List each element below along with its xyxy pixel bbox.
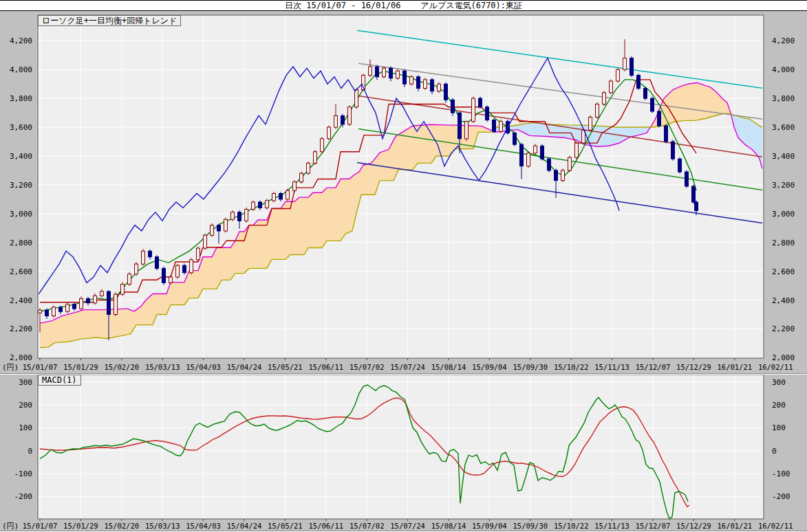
svg-text:200: 200: [772, 401, 786, 410]
svg-text:3,600: 3,600: [772, 123, 795, 132]
svg-text:15/02/20: 15/02/20: [105, 363, 140, 371]
svg-text:2,400: 2,400: [10, 296, 32, 305]
svg-text:15/08/14: 15/08/14: [431, 363, 466, 371]
svg-text:2,600: 2,600: [10, 267, 32, 276]
svg-text:15/12/07: 15/12/07: [636, 522, 671, 530]
svg-text:-200: -200: [14, 492, 33, 501]
svg-text:15/12/07: 15/12/07: [636, 363, 671, 371]
svg-text:300: 300: [772, 378, 786, 387]
svg-text:15/11/13: 15/11/13: [594, 363, 630, 371]
svg-text:-200: -200: [772, 492, 790, 501]
svg-text:15/01/07: 15/01/07: [23, 363, 58, 371]
svg-text:2,200: 2,200: [10, 324, 32, 333]
svg-text:15/06/11: 15/06/11: [309, 363, 344, 371]
svg-text:15/09/04: 15/09/04: [472, 363, 507, 371]
svg-text:3,000: 3,000: [10, 210, 32, 219]
svg-text:15/04/03: 15/04/03: [186, 522, 221, 530]
svg-text:16/01/21: 16/01/21: [718, 522, 753, 530]
svg-text:3,400: 3,400: [10, 152, 32, 161]
svg-text:15/09/30: 15/09/30: [513, 363, 548, 371]
svg-text:15/03/13: 15/03/13: [145, 363, 180, 371]
svg-text:2,000: 2,000: [10, 353, 32, 362]
svg-text:15/04/24: 15/04/24: [227, 363, 262, 371]
svg-text:15/01/07: 15/01/07: [23, 522, 58, 530]
svg-text:2,200: 2,200: [772, 324, 795, 333]
svg-text:100: 100: [772, 423, 786, 432]
main-chart-mode-label: ローソク足+一目均衡+回帰トレンド: [38, 15, 181, 26]
svg-text:16/01/21: 16/01/21: [718, 363, 753, 371]
svg-text:15/10/22: 15/10/22: [554, 363, 589, 371]
svg-text:3,400: 3,400: [772, 152, 795, 161]
svg-text:15/07/24: 15/07/24: [390, 363, 425, 371]
svg-text:100: 100: [19, 423, 32, 432]
svg-text:0: 0: [28, 447, 32, 456]
svg-text:3,000: 3,000: [772, 210, 795, 219]
svg-text:2,800: 2,800: [772, 239, 795, 247]
svg-text:15/01/29: 15/01/29: [63, 522, 98, 530]
svg-text:15/06/11: 15/06/11: [309, 522, 344, 530]
svg-text:15/03/13: 15/03/13: [145, 522, 180, 530]
svg-text:300: 300: [19, 378, 32, 387]
svg-text:3,800: 3,800: [772, 94, 795, 103]
svg-text:3,200: 3,200: [772, 181, 795, 190]
svg-text:15/09/04: 15/09/04: [472, 522, 507, 530]
svg-text:2,600: 2,600: [772, 267, 795, 276]
svg-text:3,600: 3,600: [10, 123, 32, 132]
svg-text:-100: -100: [772, 469, 790, 478]
svg-text:15/04/24: 15/04/24: [227, 522, 262, 530]
svg-text:15/01/29: 15/01/29: [63, 363, 98, 371]
svg-text:15/05/21: 15/05/21: [268, 522, 303, 530]
svg-text:15/09/30: 15/09/30: [513, 522, 548, 530]
svg-text:2,000: 2,000: [772, 353, 795, 362]
svg-text:15/11/13: 15/11/13: [594, 522, 630, 530]
svg-text:16/02/11: 16/02/11: [758, 522, 793, 530]
svg-text:3,200: 3,200: [10, 181, 32, 190]
svg-text:4,000: 4,000: [10, 65, 32, 74]
svg-text:-100: -100: [14, 469, 33, 478]
svg-text:0: 0: [772, 447, 777, 456]
svg-text:15/12/29: 15/12/29: [676, 363, 711, 371]
svg-text:3,800: 3,800: [10, 94, 32, 103]
svg-text:4,200: 4,200: [10, 36, 32, 45]
svg-text:2,800: 2,800: [10, 239, 32, 247]
svg-text:2,400: 2,400: [772, 296, 795, 305]
svg-text:15/05/21: 15/05/21: [268, 363, 303, 371]
svg-text:(円): (円): [2, 363, 19, 372]
macd-indicator-label: MACD(1): [38, 375, 81, 386]
svg-text:16/02/11: 16/02/11: [758, 363, 793, 371]
svg-text:4,000: 4,000: [772, 65, 795, 74]
svg-text:15/04/03: 15/04/03: [186, 363, 221, 371]
price-macd-chart: 4,2004,2004,0004,0003,8003,8003,6003,600…: [0, 0, 807, 532]
svg-text:200: 200: [19, 401, 32, 410]
svg-text:15/07/24: 15/07/24: [390, 522, 425, 530]
svg-text:(円): (円): [2, 522, 19, 531]
svg-text:15/07/02: 15/07/02: [349, 522, 385, 530]
chart-window: 日次 15/01/07 - 16/01/06 アルプス電気(6770):東証 4…: [0, 0, 807, 532]
svg-text:15/07/02: 15/07/02: [349, 363, 385, 371]
svg-text:4,200: 4,200: [772, 36, 795, 45]
svg-text:15/10/22: 15/10/22: [554, 522, 589, 530]
svg-text:15/12/29: 15/12/29: [676, 522, 711, 530]
svg-text:15/02/20: 15/02/20: [105, 522, 140, 530]
svg-text:15/08/14: 15/08/14: [431, 522, 466, 530]
